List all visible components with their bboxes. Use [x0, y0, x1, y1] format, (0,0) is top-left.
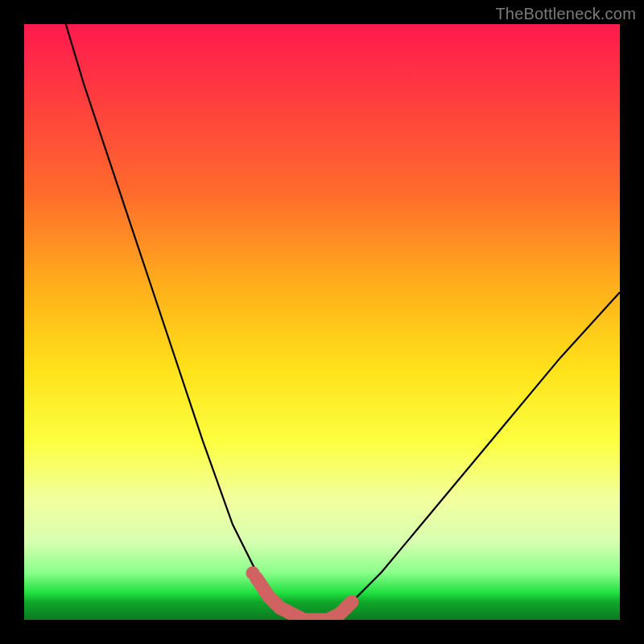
curve-layer	[24, 24, 620, 620]
trough-marker	[257, 578, 352, 620]
trough-marker-dot	[246, 567, 260, 580]
plot-area	[24, 24, 620, 620]
bottleneck-curve	[66, 24, 620, 620]
watermark-text: TheBottleneck.com	[495, 5, 636, 23]
chart-frame: TheBottleneck.com	[0, 0, 644, 644]
